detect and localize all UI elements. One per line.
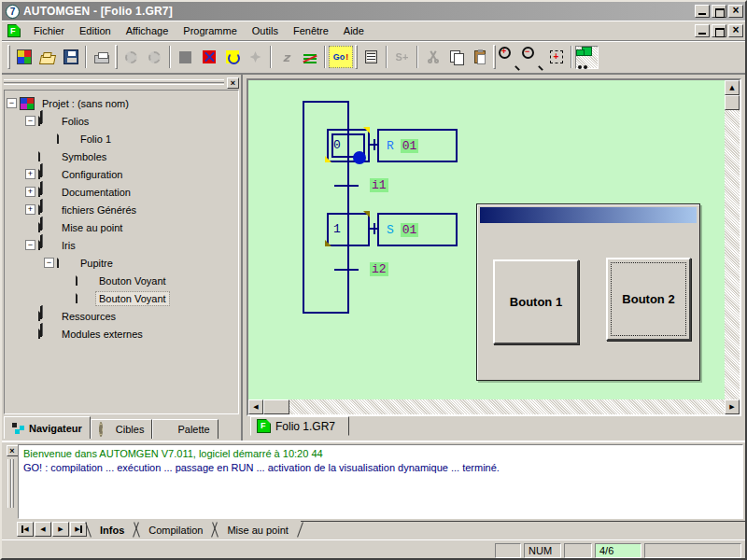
tree-item-bouton-voyant-1[interactable]: Bouton Voyant xyxy=(7,272,236,289)
no-run-button[interactable] xyxy=(298,46,321,69)
log-button[interactable] xyxy=(359,46,383,69)
bouton-2[interactable]: Bouton 2 xyxy=(606,258,691,341)
transition-tick[interactable] xyxy=(334,269,359,271)
print-button[interactable] xyxy=(90,46,113,69)
page-icon xyxy=(57,255,59,268)
tree-item-fichiers-generes[interactable]: fichiers Générés xyxy=(7,201,236,218)
zoom-out-button[interactable]: − xyxy=(521,46,544,69)
expand-icon[interactable] xyxy=(25,169,35,179)
tree-item-symboles[interactable]: Symboles xyxy=(7,147,236,165)
compile-all-button[interactable] xyxy=(143,46,166,69)
panel-close-icon[interactable] xyxy=(227,77,239,89)
vertical-scroll-thumb[interactable] xyxy=(725,95,740,110)
open-button[interactable] xyxy=(35,46,59,69)
tab-infos[interactable]: Infos xyxy=(88,522,136,539)
tree-item-ressources[interactable]: Ressources xyxy=(7,307,236,325)
corner-mark xyxy=(325,156,331,162)
copy-button[interactable] xyxy=(444,46,468,69)
message-list[interactable]: Bienvenue dans AUTOMGEN V7.011, logiciel… xyxy=(18,444,743,519)
toolbar-grip[interactable] xyxy=(355,45,358,69)
menu-programme[interactable]: Programme xyxy=(176,22,244,39)
grafcet-action-1[interactable]: S 01 xyxy=(377,213,458,246)
minimize-button[interactable] xyxy=(695,5,710,18)
horizontal-scroll-thumb[interactable] xyxy=(263,399,289,414)
tree-item-mise-au-point[interactable]: Mise au point xyxy=(7,218,236,236)
collapse-icon[interactable] xyxy=(44,258,54,268)
scroll-up-icon[interactable] xyxy=(725,80,740,95)
menu-fichier[interactable]: Fichier xyxy=(26,22,72,39)
simulation-button[interactable] xyxy=(575,46,599,69)
child-minimize-button[interactable] xyxy=(695,24,710,37)
tree-item-folio1[interactable]: Folio 1 xyxy=(7,130,236,147)
save-button[interactable] xyxy=(59,46,82,69)
first-tab-icon[interactable] xyxy=(17,522,34,537)
tree-item-iris[interactable]: Iris xyxy=(7,236,236,254)
symbol-add-button[interactable]: S+ xyxy=(390,46,414,69)
collapse-icon[interactable] xyxy=(25,240,35,250)
panel-grip[interactable] xyxy=(4,79,224,86)
sleep-button[interactable]: z xyxy=(275,46,298,69)
tab-cibles[interactable]: Cibles xyxy=(91,419,153,439)
folios-icon xyxy=(38,113,40,126)
stop-button[interactable] xyxy=(174,46,197,69)
menu-aide[interactable]: Aide xyxy=(336,22,372,39)
new-button[interactable] xyxy=(12,46,35,69)
vertical-scrollbar[interactable] xyxy=(725,80,740,399)
tree-item-projet[interactable]: Projet : (sans nom) xyxy=(7,94,236,112)
tree-item-documentation[interactable]: Documentation xyxy=(7,183,236,201)
step-button[interactable] xyxy=(244,46,267,69)
grafcet-action-0[interactable]: R 01 xyxy=(377,129,458,162)
grafcet-canvas[interactable]: 0 R 01 i1 xyxy=(248,80,725,399)
tree-item-bouton-voyant-2[interactable]: Bouton Voyant xyxy=(7,289,236,307)
transition-tick[interactable] xyxy=(334,185,359,187)
restore-button[interactable] xyxy=(712,5,726,18)
tab-folio1[interactable]: Folio 1.GR7 xyxy=(250,416,349,436)
tree-item-modules-externes[interactable]: Modules externes xyxy=(7,325,236,343)
last-tab-icon[interactable] xyxy=(70,522,87,537)
tab-compilation[interactable]: Compilation xyxy=(136,522,215,539)
cut-button[interactable] xyxy=(421,46,444,69)
toolbar-grip[interactable] xyxy=(493,45,496,69)
menu-affichage[interactable]: Affichage xyxy=(119,22,176,39)
expand-icon[interactable] xyxy=(25,187,35,197)
tree-item-pupitre[interactable]: Pupitre xyxy=(7,254,236,272)
corner-mark xyxy=(363,211,370,217)
tree-item-configuration[interactable]: Configuration xyxy=(7,165,236,183)
paste-button[interactable] xyxy=(468,46,491,69)
tab-navigateur[interactable]: Navigateur xyxy=(4,416,91,439)
tab-palette[interactable]: Palette xyxy=(152,419,218,439)
collapse-icon[interactable] xyxy=(7,98,17,108)
toolbar-grip[interactable] xyxy=(7,45,10,69)
child-close-button[interactable] xyxy=(728,24,743,37)
scissors-icon xyxy=(427,50,440,63)
collapse-icon[interactable] xyxy=(25,116,35,126)
child-restore-button[interactable] xyxy=(712,24,726,37)
go-button[interactable]: Go ! xyxy=(329,46,353,68)
scroll-left-icon[interactable] xyxy=(248,399,263,414)
bouton-1[interactable]: Bouton 1 xyxy=(493,259,579,344)
tree-item-folios[interactable]: Folios xyxy=(7,112,236,130)
paste-icon xyxy=(474,50,486,63)
zoom-in-button[interactable]: + xyxy=(498,46,521,69)
close-button[interactable] xyxy=(728,5,743,18)
menu-outils[interactable]: Outils xyxy=(245,22,286,39)
halt-button[interactable] xyxy=(197,46,220,69)
output-grip[interactable] xyxy=(7,459,14,508)
menu-edition[interactable]: Edition xyxy=(72,22,119,39)
menu-fenetre[interactable]: Fenêtre xyxy=(286,22,336,39)
horizontal-scrollbar[interactable] xyxy=(248,399,740,414)
transition-label-i1[interactable]: i1 xyxy=(370,178,388,192)
scroll-right-icon[interactable] xyxy=(725,399,740,414)
tab-mise-au-point[interactable]: Mise au point xyxy=(215,522,300,539)
compile-button[interactable] xyxy=(120,46,143,69)
output-close-icon[interactable] xyxy=(7,445,19,456)
transition-label-i2[interactable]: i2 xyxy=(370,262,388,276)
next-tab-icon[interactable] xyxy=(52,522,69,537)
expand-icon[interactable] xyxy=(25,204,35,215)
grafcet-step-1[interactable]: 1 xyxy=(327,213,370,246)
document-icon[interactable] xyxy=(7,24,21,37)
zoom-selection-button[interactable]: + xyxy=(544,46,568,69)
prev-tab-icon[interactable] xyxy=(35,522,51,537)
reset-button[interactable] xyxy=(220,46,244,69)
toolbar-grip[interactable] xyxy=(115,45,118,69)
